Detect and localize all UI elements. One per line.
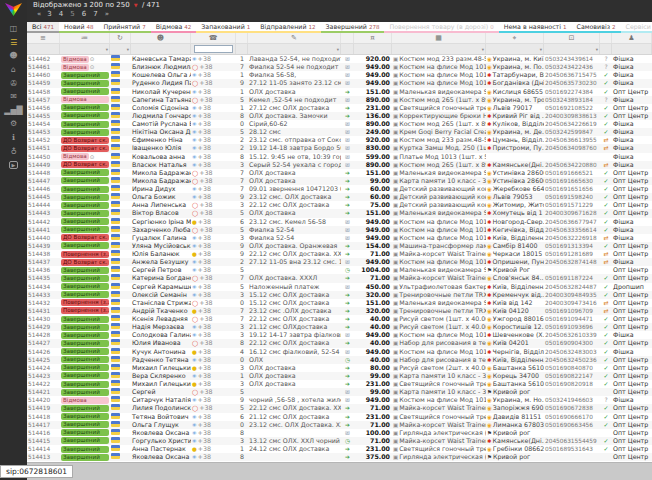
- table-row[interactable]: 514420ВідмоваСитарчук Наталія Гр..✳+389ч…: [27, 396, 652, 404]
- table-row[interactable]: 514444ЗавершенийАнна Липенська◯+38322.12…: [27, 201, 652, 209]
- table-row[interactable]: 514429ЗавершенийНадія Мерзаєва✳+38321.12…: [27, 323, 652, 331]
- table-row[interactable]: 514436ЗавершенийСергей Петров✳+385◷1004.…: [27, 266, 652, 274]
- table-row[interactable]: 514439ЗавершенийУляна Мусійовська✳+389ОЛ…: [27, 242, 652, 250]
- table-row[interactable]: 514417ЗавершенийОльга Глущук✳+38023.12 с…: [27, 421, 652, 429]
- filter-dropdown-icon[interactable]: ▾: [106, 47, 108, 52]
- column-header-price[interactable]: ¤: [354, 33, 392, 43]
- table-row[interactable]: 514460ЗавершенийКошелева Ольга Ар..✳+381…: [27, 71, 652, 79]
- table-row[interactable]: 514451ДО Возврат ск.Іващенко Юлія✳+38219…: [27, 144, 652, 152]
- table-row[interactable]: 514445ЗавершенийОльга Божик✳+38923.12 см…: [27, 193, 652, 201]
- table-row[interactable]: 514426ЗавершенийКучук Антонина●+38416.12…: [27, 348, 652, 356]
- table-row[interactable]: 514462Відмова⊙Каневська Тамара ..✳+381Ла…: [27, 55, 652, 63]
- table-row[interactable]: 514448ЗавершенийМикола Бадражан◯+387ОЛХ …: [27, 169, 652, 177]
- clients-icon[interactable]: ☻: [0, 49, 27, 63]
- table-row[interactable]: 514431Повернення (з..Андрій Ткаченко●+38…: [27, 307, 652, 315]
- tab-всі[interactable]: Всі471: [27, 22, 59, 33]
- table-row[interactable]: 514443ЗавершенийВіктор Власов◯+385ОЛХ до…: [27, 209, 652, 217]
- dashboard-icon[interactable]: ◫: [0, 22, 27, 36]
- video-icon[interactable]: ▶: [0, 158, 27, 172]
- table-row[interactable]: 514422ЗавершенийМихаил Гилецький●+383ОЛХ…: [27, 380, 652, 388]
- range-dropdown-icon[interactable]: ▼: [134, 2, 138, 8]
- column-header-name[interactable]: ☻: [131, 33, 191, 43]
- table-row[interactable]: 514416ЗавершенийЯковлева Оксана✳+388✉100…: [27, 429, 652, 437]
- orders-icon[interactable]: ☰: [0, 36, 27, 50]
- table-row[interactable]: 514424ЗавершенийМихаил Гилецький●+383ОЛХ…: [27, 364, 652, 372]
- table-row[interactable]: 514457ВідмоваСапегина Татьяна С..◯+385Ке…: [27, 96, 652, 104]
- column-header-phone[interactable]: ☎: [191, 33, 236, 43]
- tab-сервіси[interactable]: Сервіси0: [621, 22, 652, 33]
- table-row[interactable]: 514437ДО Возврат ск.Анжела Безушку✳+3822…: [27, 258, 652, 266]
- table-row[interactable]: 514450Відмова⊙Ковальова анна✳+38815.12. …: [27, 153, 652, 161]
- tab-новий[interactable]: Новий48: [59, 22, 98, 33]
- column-header-channel[interactable]: [341, 33, 354, 43]
- page-number-5[interactable]: 5: [70, 10, 74, 18]
- tab-нема-в-наявності[interactable]: Нема в наявності1: [499, 22, 572, 33]
- table-row[interactable]: 514435ЗавершенийКатерина Богданова◯+387О…: [27, 274, 652, 282]
- table-row[interactable]: 514425ЗавершенийРадченко Тетяна✳+380ОЛХ◷…: [27, 356, 652, 364]
- table-row[interactable]: 514441ЗавершенийЗахарченко Люба◯+385Фиал…: [27, 226, 652, 234]
- table-row[interactable]: 514433ЗавершенийОлексій Семанін✳+38315.1…: [27, 291, 652, 299]
- filter-dropdown-icon[interactable]: ▾: [596, 47, 598, 52]
- table-row[interactable]: 514430ЗавершенийКсенія Левадняя◯+38722.1…: [27, 315, 652, 323]
- filter-dropdown-icon[interactable]: ▾: [482, 47, 484, 52]
- filter-dropdown-icon[interactable]: ▾: [337, 47, 339, 52]
- settings-icon[interactable]: ⚙: [0, 117, 27, 131]
- table-row[interactable]: 514421ЗавершенийСергей◯+385✉99.00▣Карта …: [27, 388, 652, 396]
- globe-icon[interactable]: ♁: [0, 144, 27, 158]
- cart-icon[interactable]: ✇: [0, 76, 27, 90]
- column-header-tracking[interactable]: ⊡: [544, 33, 600, 43]
- table-row[interactable]: 514413ЗавершенийЯковлева Оксана✳+388➔375…: [27, 453, 652, 461]
- table-row[interactable]: 514459ЗавершенийРуденко Лидия Пав..◯+389…: [27, 79, 652, 87]
- page-number-3[interactable]: 3: [47, 10, 51, 18]
- tab-самовивіз[interactable]: Самовивіз2: [572, 22, 621, 33]
- tab-завершений[interactable]: Завершений278: [321, 22, 385, 33]
- shop-icon[interactable]: ⌂: [0, 63, 27, 77]
- messages-icon[interactable]: ✉: [0, 90, 27, 104]
- table-row[interactable]: 514447ЗавершенийМикола Бадражан◯+387ОЛХ …: [27, 177, 652, 185]
- table-row[interactable]: 514452ДО Возврат ск.Єфименко Ніна✳+38223…: [27, 136, 652, 144]
- table-row[interactable]: 514419ЗавершенийЛилия Подолинская◯+38522…: [27, 404, 652, 412]
- column-header-status[interactable]: ≔: [60, 33, 110, 43]
- info-icon[interactable]: ℹ: [0, 131, 27, 145]
- app-logo-icon[interactable]: [5, 3, 22, 16]
- table-row[interactable]: 514432Повернення (з..Станіслав Стрижак◯+…: [27, 299, 652, 307]
- table-row[interactable]: 514423ЗавершенийВера Скляренко✳+381ОЛХ д…: [27, 372, 652, 380]
- table-row[interactable]: 514434ЗавершенийСергей Карамышев✳+385Нал…: [27, 283, 652, 291]
- column-header-source[interactable]: ♟: [612, 33, 652, 43]
- table-row[interactable]: 514415ЗавершенийГоргулько Христина..✳+38…: [27, 437, 652, 445]
- table-row[interactable]: 514414ЗавершенийАнна Пастернак●+38124.12…: [27, 445, 652, 453]
- page-number-7[interactable]: 7: [93, 10, 97, 18]
- table-row[interactable]: 514461Відмова⊙Близнюк Людмила ..◯+387Фиа…: [27, 63, 652, 71]
- table-row[interactable]: 514453ЗавершенийНікітіна Оксана Дми..✳+3…: [27, 128, 652, 136]
- column-header-id[interactable]: ≡: [27, 33, 60, 43]
- table-row[interactable]: 514454ЗавершенийСамотій Руслана Во..✳+38…: [27, 120, 652, 128]
- table-row[interactable]: 514428ЗавершенийСолодкова Галина В..✳+38…: [27, 331, 652, 339]
- stats-icon[interactable]: ▂▅█: [0, 104, 27, 118]
- page-number-4[interactable]: 4: [59, 10, 63, 18]
- filter-dropdown-icon[interactable]: ▾: [540, 47, 542, 52]
- table-row[interactable]: 514440ДО Возврат ск.Гуцалюк Галина✳+383Ф…: [27, 234, 652, 242]
- page-number-6[interactable]: 6: [82, 10, 86, 18]
- tab-відмова[interactable]: Відмова42: [151, 22, 197, 33]
- column-header-comment[interactable]: ✎: [248, 33, 341, 43]
- column-header-num[interactable]: [236, 33, 248, 43]
- shown-range-text[interactable]: Відображено з 200 по 250: [33, 1, 130, 9]
- last-page-button[interactable]: »: [105, 10, 108, 18]
- column-header-check[interactable]: [600, 33, 612, 43]
- table-row[interactable]: 514442ЗавершенийСергіюнко Іріна Ми..●+38…: [27, 218, 652, 226]
- table-row[interactable]: 514458ЗавершенийНиколай Кучеренко✳+381ОЛ…: [27, 88, 652, 96]
- table-row[interactable]: 514456ЗавершенийСоломія Сідоніна✳+38127.…: [27, 104, 652, 112]
- column-header-product[interactable]: ▦: [392, 33, 486, 43]
- filter-dropdown-icon[interactable]: ▾: [127, 47, 129, 52]
- table-row[interactable]: 514438Повернення (з..Юлія Баланюк●+38922…: [27, 250, 652, 258]
- tab-відправлений[interactable]: Відправлений12: [255, 22, 320, 33]
- filter-input-phone[interactable]: [194, 45, 233, 53]
- table-row[interactable]: 514418ЗавершенийТетяна Войтович✳+38621.1…: [27, 413, 652, 421]
- column-header-flag[interactable]: ↻: [110, 33, 131, 43]
- tab-запакований[interactable]: Запакований1: [196, 22, 255, 33]
- tab-прийнятий[interactable]: Прийнятий7: [99, 22, 151, 33]
- column-header-address[interactable]: ⌖: [486, 33, 544, 43]
- table-row[interactable]: 514449ДО Возврат ск.Власюк Наталья✳+383С…: [27, 161, 652, 169]
- table-row[interactable]: 514446ЗавершенийИрина Дидух✳+38709.01 зв…: [27, 185, 652, 193]
- first-page-button[interactable]: «: [37, 10, 40, 18]
